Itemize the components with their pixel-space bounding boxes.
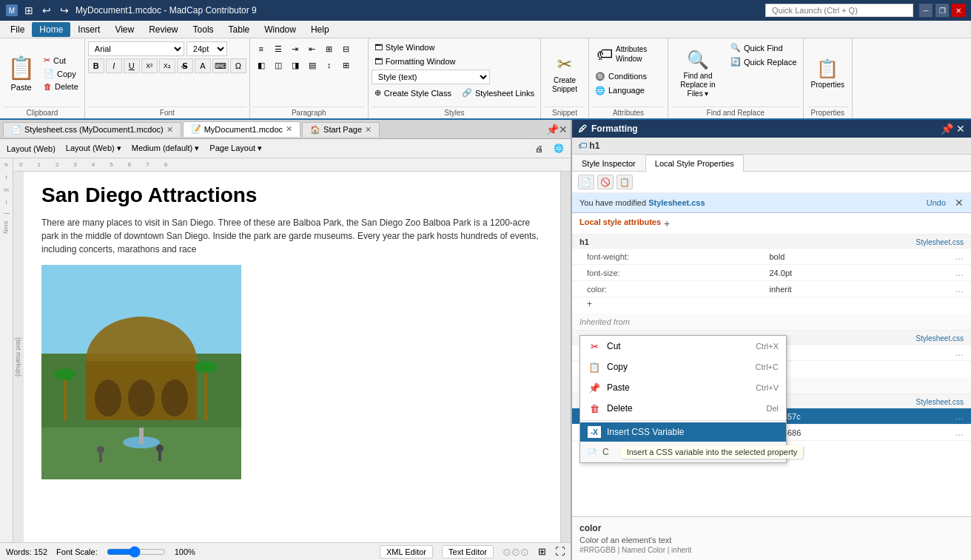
quick-launch-input[interactable]: [765, 4, 913, 17]
view-web-btn[interactable]: 🌐: [550, 142, 568, 155]
add-local-style-btn[interactable]: +: [664, 217, 670, 229]
create-style-class-btn[interactable]: ⊕ Create Style Class: [372, 87, 454, 99]
quick-access-btn[interactable]: ⊞: [22, 4, 36, 17]
h1-stylesheet-link[interactable]: Stylesheet.css: [916, 238, 964, 246]
underline-button[interactable]: U: [124, 58, 140, 73]
subscript-button[interactable]: X₂: [159, 58, 175, 73]
view-print-btn[interactable]: 🖨: [531, 143, 547, 155]
style-window-btn[interactable]: 🗔 Style Window: [372, 41, 438, 53]
font-color-button[interactable]: A: [195, 58, 211, 73]
local-style-tab[interactable]: Local Style Properties: [645, 155, 744, 172]
paste-button[interactable]: 📋 Paste: [3, 40, 39, 107]
cut-button[interactable]: ✂ Cut: [41, 54, 81, 67]
language-btn[interactable]: 🌐Language: [592, 84, 665, 97]
brand-more[interactable]: …: [955, 411, 964, 422]
menu-home[interactable]: Home: [32, 22, 70, 37]
menu-review[interactable]: Review: [141, 22, 185, 37]
quick-replace-btn[interactable]: 🔄Quick Replace: [728, 55, 800, 68]
mydoc-tab[interactable]: 📝 MyDocument1.mcdoc ✕: [183, 121, 300, 137]
font-scale-slider[interactable]: [107, 546, 166, 558]
tab-pin-btn[interactable]: 📌: [546, 124, 559, 135]
attributes-window-btn[interactable]: 🏷 Attributes Window: [592, 41, 665, 69]
menu-view[interactable]: View: [107, 22, 141, 37]
quick-find-btn[interactable]: 🔍Quick Find: [728, 41, 800, 54]
align-justify-btn[interactable]: ▤: [304, 58, 320, 72]
font-family-select[interactable]: Arial: [88, 41, 184, 56]
doc-scrollbar[interactable]: [560, 172, 571, 542]
body-stylesheet-link[interactable]: Stylesheet.css: [916, 334, 964, 343]
highlight-button[interactable]: ⌨: [212, 58, 229, 73]
formatting-window-btn[interactable]: 🗔 Formatting Window: [372, 55, 537, 67]
h1-color-more[interactable]: …: [955, 284, 964, 294]
redo-btn-titlebar[interactable]: ↪: [58, 4, 71, 17]
menu-table[interactable]: Table: [221, 22, 258, 37]
panel-close-btn[interactable]: ✕: [956, 123, 965, 135]
menu-help[interactable]: Help: [303, 22, 337, 37]
style-inspector-tab[interactable]: Style Inspector: [572, 155, 645, 172]
startpage-tab-close[interactable]: ✕: [365, 125, 372, 135]
h1-font-weight-more[interactable]: …: [955, 252, 964, 262]
properties-btn[interactable]: 📋 Properties: [807, 54, 850, 92]
ctx-tooltip-item[interactable]: 📄 C Insert a CSS variable into the selec…: [580, 442, 786, 462]
create-snippet-btn[interactable]: ✂ Create Snippet: [544, 50, 585, 96]
find-replace-files-btn[interactable]: 🔍 Find and Replace in Files ▾: [671, 41, 725, 105]
layout-toggle-btn[interactable]: ⊞: [538, 546, 546, 557]
xml-editor-tab[interactable]: XML Editor: [380, 545, 433, 559]
delete-style-btn[interactable]: 🚫: [597, 175, 614, 189]
italic-button[interactable]: I: [106, 58, 122, 73]
ctx-insert-css-var[interactable]: -X Insert CSS Variable: [580, 422, 786, 442]
ctx-delete[interactable]: 🗑 Delete Del: [580, 398, 786, 419]
notification-close[interactable]: ✕: [955, 197, 964, 209]
format-more-btn[interactable]: ⊞: [338, 58, 355, 72]
bold-button[interactable]: B: [88, 58, 104, 73]
delete-button[interactable]: 🗑 Delete: [41, 81, 81, 92]
stylesheet-tab-close[interactable]: ✕: [167, 125, 173, 135]
superscript-button[interactable]: X²: [141, 58, 158, 73]
para-more-btn[interactable]: ⊟: [338, 41, 355, 56]
style-select[interactable]: Style (text): [372, 70, 490, 84]
panel-pin-btn[interactable]: 📌: [941, 123, 953, 135]
stylesheet-tab[interactable]: 📄 Stylesheet.css (MyDocument1.mcdoc) ✕: [3, 122, 181, 137]
indent-btn[interactable]: ⇥: [287, 41, 303, 56]
outdent-btn[interactable]: ⇤: [304, 41, 320, 56]
align-left-btn[interactable]: ◧: [253, 58, 269, 72]
menu-window[interactable]: Window: [257, 22, 303, 37]
root-stylesheet-link[interactable]: Stylesheet.css: [916, 398, 964, 406]
list-unordered-btn[interactable]: ≡: [253, 41, 269, 56]
char-format-button[interactable]: Ω: [230, 58, 246, 73]
medium-btn[interactable]: Medium (default) ▾: [128, 142, 204, 155]
startpage-tab[interactable]: 🏠 Start Page ✕: [302, 122, 380, 137]
darkgray-more[interactable]: …: [955, 428, 964, 438]
align-center-btn[interactable]: ◫: [270, 58, 286, 72]
h1-font-size-more[interactable]: …: [955, 268, 964, 278]
stylesheet-links-btn[interactable]: 🔗 Stylesheet Links: [459, 87, 537, 99]
doc-scroll[interactable]: San Diego Attractions There are many pla…: [24, 172, 560, 542]
h1-add-prop-btn[interactable]: +: [572, 297, 971, 311]
minimize-btn[interactable]: ─: [919, 4, 933, 17]
fullscreen-btn[interactable]: ⛶: [555, 546, 565, 557]
font-size-select[interactable]: 24pt: [187, 41, 227, 56]
list-ordered-btn[interactable]: ☰: [270, 41, 286, 56]
undo-link[interactable]: Undo: [927, 198, 946, 207]
text-editor-tab[interactable]: Text Editor: [442, 545, 494, 559]
layout-dropdown[interactable]: Layout (Web): [3, 143, 59, 155]
copy-button[interactable]: 📄 Copy: [41, 67, 81, 80]
menu-tools[interactable]: Tools: [186, 22, 221, 37]
list-more-btn[interactable]: ⊞: [321, 41, 337, 56]
menu-file[interactable]: File: [3, 22, 32, 37]
body-font-family-more[interactable]: …: [955, 348, 964, 358]
undo-btn-titlebar[interactable]: ↩: [40, 4, 53, 17]
conditions-btn[interactable]: 🔘Conditions: [592, 70, 665, 83]
close-btn[interactable]: ✕: [952, 4, 965, 17]
page-layout-btn[interactable]: Page Layout ▾: [206, 142, 266, 155]
layout-btn-actual[interactable]: Layout (Web) ▾: [62, 142, 125, 155]
tab-close-all-btn[interactable]: ✕: [559, 124, 568, 135]
spacing-btn[interactable]: ↕: [321, 58, 337, 72]
restore-btn[interactable]: ❐: [935, 4, 949, 17]
ctx-cut[interactable]: ✂ Cut Ctrl+X: [580, 336, 786, 357]
menu-insert[interactable]: Insert: [70, 22, 107, 37]
new-style-btn[interactable]: 📄: [578, 175, 594, 189]
mydoc-tab-close[interactable]: ✕: [286, 124, 292, 134]
strikethrough-button[interactable]: S̶: [177, 58, 193, 73]
ctx-paste[interactable]: 📌 Paste Ctrl+V: [580, 377, 786, 398]
